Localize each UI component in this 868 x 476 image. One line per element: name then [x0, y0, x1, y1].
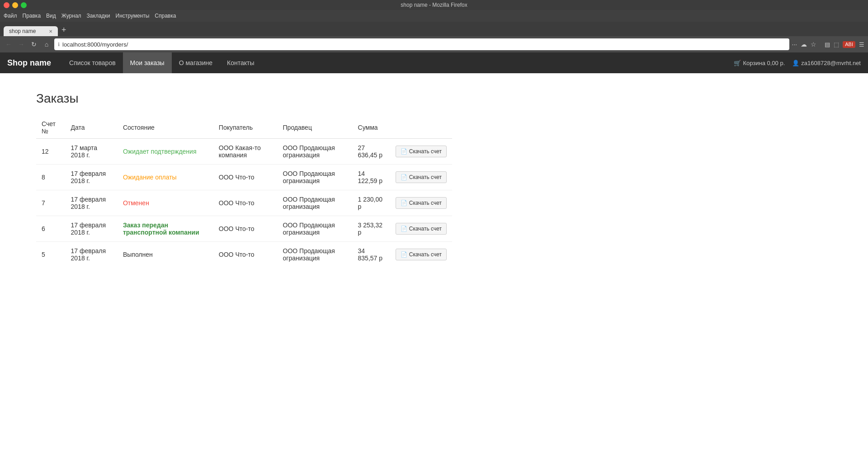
account-icon[interactable]: ABI [843, 41, 855, 48]
cell-amount: 14 122,59 р [353, 165, 390, 190]
cell-status: Ожидает подтверждения [118, 139, 213, 165]
cell-action[interactable]: 📄 Скачать счет [390, 242, 452, 268]
menu-help[interactable]: Справка [155, 13, 176, 19]
cell-date: 17 марта 2018 г. [66, 139, 118, 165]
cell-date: 17 февраля 2018 г. [66, 216, 118, 242]
active-tab[interactable]: shop name ✕ [4, 26, 58, 36]
pocket-icon[interactable]: ☁ [801, 41, 807, 48]
document-icon: 📄 [401, 226, 407, 232]
browser-menubar: Файл Правка Вид Журнал Закладки Инструме… [0, 10, 868, 22]
cell-status: Отменен [118, 190, 213, 216]
cell-seller: ООО Продающая огранизация [278, 242, 353, 268]
table-row: 5 17 февраля 2018 г. Выполнен ООО Что-то… [36, 242, 452, 268]
document-icon: 📄 [401, 148, 407, 155]
synced-tabs-icon[interactable]: ⬚ [834, 41, 839, 48]
cell-id: 5 [36, 242, 66, 268]
nav-about[interactable]: О магазине [172, 52, 220, 73]
menu-journal[interactable]: Журнал [61, 13, 81, 19]
nav-links: Список товаров Мои заказы О магазине Кон… [62, 52, 734, 73]
cell-status: Выполнен [118, 242, 213, 268]
bookmark-icon[interactable]: ☆ [811, 41, 816, 48]
cell-amount: 3 253,32 р [353, 216, 390, 242]
site-logo[interactable]: Shop name [7, 58, 51, 68]
cell-date: 17 февраля 2018 г. [66, 190, 118, 216]
address-input[interactable] [62, 41, 786, 48]
cell-id: 8 [36, 165, 66, 190]
download-invoice-button[interactable]: 📄 Скачать счет [396, 223, 447, 235]
download-invoice-button[interactable]: 📄 Скачать счет [396, 197, 447, 209]
new-tab-button[interactable]: + [58, 25, 70, 35]
table-row: 6 17 февраля 2018 г. Заказ передан транс… [36, 216, 452, 242]
cell-status: Заказ передан транспортной компании [118, 216, 213, 242]
maximize-button[interactable] [21, 2, 27, 8]
tab-close-button[interactable]: ✕ [49, 29, 52, 34]
table-row: 7 17 февраля 2018 г. Отменен ООО Что-то … [36, 190, 452, 216]
table-header: Счет № Дата Состояние Покупатель Продаве… [36, 117, 452, 139]
nav-myorders[interactable]: Мои заказы [123, 52, 172, 73]
download-invoice-button[interactable]: 📄 Скачать счет [396, 249, 447, 260]
table-row: 12 17 марта 2018 г. Ожидает подтверждени… [36, 139, 452, 165]
cell-id: 12 [36, 139, 66, 165]
toolbar-right: ··· ☁ ☆ [792, 41, 817, 48]
cell-seller: ООО Продающая огранизация [278, 190, 353, 216]
cell-action[interactable]: 📄 Скачать счет [390, 139, 452, 165]
col-header-id: Счет № [36, 117, 66, 139]
reload-button[interactable]: ↻ [29, 39, 39, 49]
library-icon[interactable]: ▤ [825, 41, 830, 48]
browser-titlebar: shop name - Mozilla Firefox [0, 0, 868, 10]
site-navigation: Shop name Список товаров Мои заказы О ма… [0, 52, 868, 73]
cell-seller: ООО Продающая огранизация [278, 216, 353, 242]
address-bar-container[interactable]: ℹ [54, 38, 789, 50]
overflow-menu-icon[interactable]: ··· [792, 41, 797, 48]
cell-action[interactable]: 📄 Скачать счет [390, 165, 452, 190]
nav-products[interactable]: Список товаров [62, 52, 123, 73]
download-invoice-button[interactable]: 📄 Скачать счет [396, 171, 447, 183]
cell-buyer: ООО Что-то [213, 190, 278, 216]
user-label: za1608728@mvrht.net [801, 60, 861, 66]
document-icon: 📄 [401, 174, 407, 180]
window-controls[interactable] [4, 2, 27, 8]
cell-date: 17 февраля 2018 г. [66, 165, 118, 190]
col-header-amount: Сумма [353, 117, 390, 139]
nav-contacts[interactable]: Контакты [220, 52, 261, 73]
menu-view[interactable]: Вид [46, 13, 56, 19]
cell-buyer: ООО Что-то [213, 216, 278, 242]
browser-toolbar: ← → ↻ ⌂ ℹ ··· ☁ ☆ ▤ ⬚ ABI ☰ [0, 36, 868, 52]
col-header-status: Состояние [118, 117, 213, 139]
menu-file[interactable]: Файл [4, 13, 17, 19]
cell-id: 7 [36, 190, 66, 216]
cell-date: 17 февраля 2018 г. [66, 242, 118, 268]
home-button[interactable]: ⌂ [42, 39, 52, 49]
tab-bar: shop name ✕ + [0, 22, 868, 36]
cell-buyer: ООО Что-то [213, 165, 278, 190]
document-icon: 📄 [401, 251, 407, 258]
col-header-buyer: Покупатель [213, 117, 278, 139]
menu-tools[interactable]: Инструменты [116, 13, 150, 19]
cart-link[interactable]: 🛒 Корзина 0,00 р. [734, 60, 785, 66]
cell-action[interactable]: 📄 Скачать счет [390, 190, 452, 216]
tab-title: shop name [9, 28, 36, 34]
col-header-date: Дата [66, 117, 118, 139]
user-link[interactable]: 👤 za1608728@mvrht.net [792, 60, 861, 66]
minimize-button[interactable] [12, 2, 18, 8]
download-invoice-button[interactable]: 📄 Скачать счет [396, 146, 447, 157]
cell-amount: 34 835,57 р [353, 242, 390, 268]
close-button[interactable] [4, 2, 9, 8]
cell-buyer: ООО Какая-то компания [213, 139, 278, 165]
col-header-seller: Продавец [278, 117, 353, 139]
back-button[interactable]: ← [4, 39, 14, 49]
hamburger-icon[interactable]: ☰ [859, 41, 864, 48]
orders-tbody: 12 17 марта 2018 г. Ожидает подтверждени… [36, 139, 452, 268]
address-lock-icon: ℹ [58, 42, 60, 47]
page-title: Заказы [36, 91, 832, 106]
cell-action[interactable]: 📄 Скачать счет [390, 216, 452, 242]
forward-button[interactable]: → [16, 39, 26, 49]
cell-buyer: ООО Что-то [213, 242, 278, 268]
cell-amount: 1 230,00 р [353, 190, 390, 216]
menu-edit[interactable]: Правка [23, 13, 41, 19]
main-content: Заказы Счет № Дата Состояние Покупатель … [0, 73, 868, 344]
window-title: shop name - Mozilla Firefox [401, 2, 467, 8]
menu-bookmarks[interactable]: Закладки [87, 13, 110, 19]
table-row: 8 17 февраля 2018 г. Ожидание оплаты ООО… [36, 165, 452, 190]
col-header-action [390, 117, 452, 139]
